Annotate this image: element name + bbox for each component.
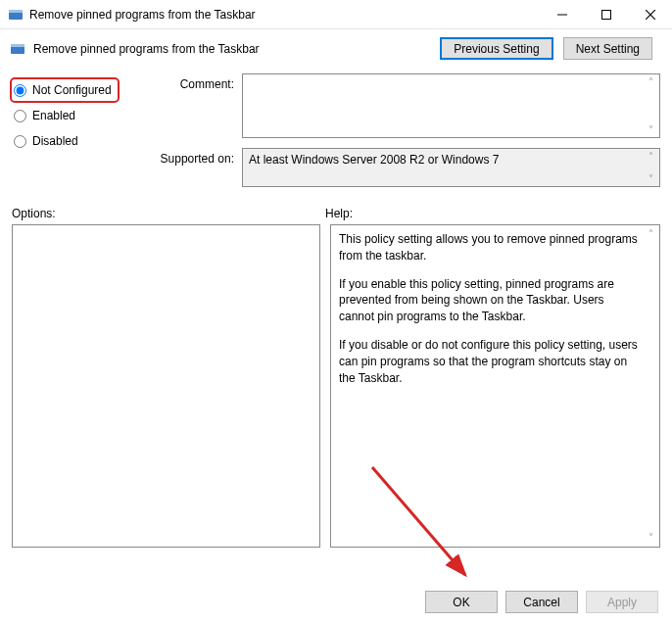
radio-enabled[interactable]: Enabled (12, 103, 154, 128)
sub-header: Remove pinned programs from the Taskbar … (0, 29, 672, 68)
radio-disabled-input[interactable] (14, 135, 26, 148)
help-label: Help: (325, 207, 353, 220)
svg-rect-7 (11, 44, 24, 47)
help-text: If you enable this policy setting, pinne… (339, 276, 640, 325)
supported-value: At least Windows Server 2008 R2 or Windo… (249, 153, 499, 167)
state-radios: Not Configured Enabled Disabled (12, 73, 154, 197)
supported-on-box: At least Windows Server 2008 R2 or Windo… (242, 148, 660, 187)
options-panel (12, 224, 320, 548)
dialog-buttons: OK Cancel Apply (425, 591, 658, 613)
next-setting-button[interactable]: Next Setting (563, 37, 652, 60)
previous-setting-button[interactable]: Previous Setting (440, 37, 552, 60)
scroll-indicator: ˄˅ (644, 76, 657, 135)
cancel-button[interactable]: Cancel (505, 591, 578, 613)
title-bar: Remove pinned programs from the Taskbar (0, 0, 672, 29)
help-panel: This policy setting allows you to remove… (330, 224, 660, 548)
comment-label: Comment: (154, 73, 242, 138)
scroll-indicator: ˄˅ (644, 151, 657, 184)
close-button[interactable] (628, 0, 672, 28)
chevron-down-icon: ˅ (644, 173, 657, 184)
radio-enabled-label: Enabled (32, 109, 75, 122)
minimize-button[interactable] (540, 0, 584, 28)
ok-button[interactable]: OK (425, 591, 498, 613)
chevron-up-icon: ˄ (644, 76, 657, 87)
help-text: This policy setting allows you to remove… (339, 231, 640, 264)
help-text: If you disable or do not configure this … (339, 337, 640, 386)
chevron-up-icon: ˄ (644, 151, 657, 162)
maximize-button[interactable] (584, 0, 628, 28)
chevron-down-icon: ˅ (644, 531, 657, 545)
supported-label: Supported on: (154, 148, 242, 187)
svg-rect-1 (9, 10, 23, 13)
radio-enabled-input[interactable] (14, 110, 26, 122)
window-icon (8, 7, 24, 23)
options-label: Options: (12, 207, 325, 220)
svg-rect-3 (601, 10, 610, 19)
scroll-indicator: ˄˅ (644, 227, 657, 545)
chevron-up-icon: ˄ (644, 227, 657, 241)
policy-icon (10, 41, 25, 57)
radio-not-configured-input[interactable] (14, 84, 26, 97)
highlight-box: Not Configured (10, 77, 120, 103)
window-title: Remove pinned programs from the Taskbar (29, 8, 540, 22)
comment-textarea[interactable]: ˄˅ (242, 73, 660, 138)
chevron-down-icon: ˅ (644, 124, 657, 135)
radio-not-configured[interactable]: Not Configured (12, 77, 112, 103)
radio-not-configured-label: Not Configured (32, 83, 112, 97)
apply-button[interactable]: Apply (586, 591, 658, 613)
radio-disabled-label: Disabled (32, 134, 78, 148)
policy-title: Remove pinned programs from the Taskbar (33, 42, 440, 56)
radio-disabled[interactable]: Disabled (12, 128, 154, 154)
